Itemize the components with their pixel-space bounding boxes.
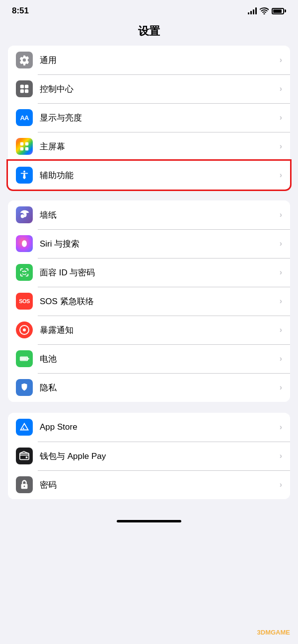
wallpaper-chevron: › [280,210,282,219]
exposure-icon [16,322,33,338]
settings-group-3: App Store › 钱包与 Apple Pay › 密码 › [8,413,290,499]
settings-item-sos[interactable]: SOS SOS 紧急联络 › [8,287,290,316]
display-chevron: › [280,113,282,122]
wifi-icon [260,7,269,14]
passcode-icon [16,476,33,493]
settings-item-wallet[interactable]: 钱包与 Apple Pay › [8,442,290,470]
svg-rect-17 [20,357,27,360]
svg-point-11 [22,271,24,272]
svg-rect-6 [20,147,23,150]
svg-rect-16 [28,358,29,360]
display-icon: AA [16,109,33,126]
battery-label: 电池 [40,353,280,365]
signal-icon [248,7,257,14]
homescreen-chevron: › [280,142,282,151]
settings-group-1: 通用 › 控制中心 › AA 显示与亮度 › [8,46,290,190]
page-title-bar: 设置 [0,20,298,46]
sos-icon: SOS [16,293,33,310]
svg-rect-3 [25,89,28,93]
passcode-label: 密码 [40,479,280,491]
exposure-inner [19,325,29,335]
svg-point-12 [25,271,26,272]
sos-label: SOS 紧急联络 [40,296,280,307]
svg-point-10 [22,240,27,247]
battery-icon [272,8,286,14]
battery-chevron: › [280,354,282,363]
control-center-chevron: › [280,84,282,93]
svg-rect-0 [20,85,24,88]
svg-rect-4 [20,142,23,145]
settings-item-display[interactable]: AA 显示与亮度 › [8,103,290,132]
accessibility-icon [16,167,33,184]
settings-item-passcode[interactable]: 密码 › [8,470,290,499]
watermark: 3DMGAME [257,629,290,636]
settings-item-homescreen[interactable]: 主屏幕 › [8,132,290,161]
svg-point-8 [23,171,25,173]
exposure-chevron: › [280,325,282,334]
settings-item-control-center[interactable]: 控制中心 › [8,74,290,103]
settings-item-appstore[interactable]: App Store › [8,413,290,442]
accessibility-chevron: › [280,171,282,180]
siri-icon [16,235,33,252]
passcode-chevron: › [280,480,282,489]
svg-rect-1 [25,85,28,88]
svg-point-21 [24,486,25,487]
wallpaper-label: 墙纸 [40,209,280,221]
svg-rect-2 [20,89,24,93]
exposure-dot [23,328,26,331]
faceid-label: 面容 ID 与密码 [40,267,280,278]
homescreen-label: 主屏幕 [40,141,280,152]
sos-text: SOS [19,298,30,304]
svg-rect-5 [25,142,28,145]
settings-group-2: 墙纸 › Siri 与搜索 › 面容 ID 与密码 › SOS [8,200,290,402]
settings-item-accessibility[interactable]: 辅助功能 › [8,161,290,190]
sos-chevron: › [280,297,282,306]
faceid-icon [16,264,33,281]
svg-rect-7 [25,147,28,150]
wallpaper-icon [16,206,33,223]
page-title: 设置 [138,25,160,37]
settings-item-wallpaper[interactable]: 墙纸 › [8,200,290,229]
accessibility-label: 辅助功能 [40,170,280,181]
wallet-chevron: › [280,451,282,460]
exposure-label: 暴露通知 [40,324,280,336]
appstore-icon [16,419,33,436]
settings-item-privacy[interactable]: 隐私 › [8,373,290,402]
wallet-icon [16,448,33,464]
appstore-label: App Store [40,422,280,432]
siri-chevron: › [280,239,282,248]
privacy-icon [16,379,33,396]
status-icons [248,7,286,14]
svg-rect-18 [20,453,29,460]
settings-item-battery[interactable]: 电池 › [8,344,290,373]
homescreen-icon [16,138,33,155]
settings-item-general[interactable]: 通用 › [8,46,290,74]
svg-point-9 [21,214,24,218]
wallet-label: 钱包与 Apple Pay [40,451,280,462]
siri-label: Siri 与搜索 [40,238,280,250]
general-icon [16,52,33,68]
control-center-label: 控制中心 [40,83,280,95]
settings-item-exposure[interactable]: 暴露通知 › [8,316,290,344]
privacy-chevron: › [280,383,282,392]
svg-rect-19 [26,456,28,458]
home-indicator [117,520,181,522]
control-center-icon [16,80,33,97]
display-label: 显示与亮度 [40,112,280,124]
privacy-label: 隐私 [40,382,280,393]
battery-settings-icon [16,350,33,367]
status-time: 8:51 [12,6,29,16]
appstore-chevron: › [280,423,282,432]
general-chevron: › [280,56,282,64]
settings-item-siri[interactable]: Siri 与搜索 › [8,229,290,258]
general-label: 通用 [40,55,280,66]
settings-item-faceid[interactable]: 面容 ID 与密码 › [8,258,290,287]
faceid-chevron: › [280,268,282,277]
status-bar: 8:51 [0,0,298,20]
